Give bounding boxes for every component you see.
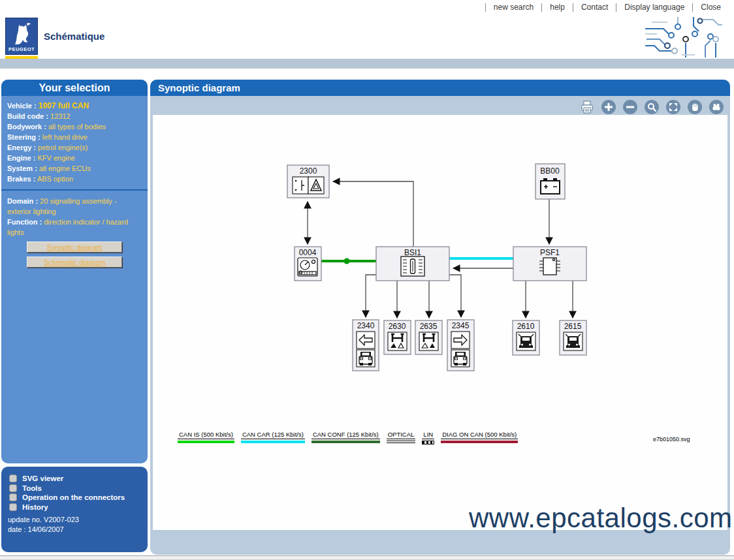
node-label: 2300 xyxy=(300,166,317,176)
legend-label: CAN CAR (125 Kbit/s) xyxy=(241,431,305,439)
menu-item-svg-viewer[interactable]: SVG viewer xyxy=(8,474,141,484)
footer-strip xyxy=(0,556,734,560)
top-link-bar: new search help Contact Display language… xyxy=(0,0,729,14)
peugeot-lion-icon xyxy=(11,21,33,46)
selection-row-system: System : all engine ECUs xyxy=(7,163,142,174)
fit-screen-button[interactable] xyxy=(666,100,680,114)
selection-row-domain: Domain : 20 signalling assembly - exteri… xyxy=(7,196,142,217)
zoom-out-button[interactable] xyxy=(623,100,637,114)
legend-item-optical: OPTICAL xyxy=(387,431,416,443)
row-value: all types of bodies xyxy=(48,123,106,131)
row-label: Steering : xyxy=(7,133,40,141)
tools-panel: SVG viewer Tools Operation on the connec… xyxy=(1,467,148,552)
link-display-language[interactable]: Display language xyxy=(616,3,692,12)
synoptic-diagram-button[interactable]: Synoptic diagram xyxy=(27,241,122,253)
node-label: 2345 xyxy=(452,321,470,330)
node-label: 0004 xyxy=(299,248,317,257)
link-contact[interactable]: Contact xyxy=(573,3,616,12)
node-label: 2635 xyxy=(420,322,438,331)
zoom-out-icon xyxy=(626,102,635,112)
header-divider-strip xyxy=(0,59,734,69)
node-label: PSF1 xyxy=(540,248,560,257)
legend-line-sample xyxy=(387,441,416,443)
sidebar-divider xyxy=(1,189,148,191)
link-close[interactable]: Close xyxy=(692,3,729,12)
pan-hand-icon xyxy=(690,102,699,112)
edge-bsi1-2300 xyxy=(333,181,413,247)
menu-item-label: Tools xyxy=(22,484,42,493)
row-value: 1007 full CAN xyxy=(39,101,89,110)
zoom-in-button[interactable] xyxy=(601,100,616,114)
menu-item-label: History xyxy=(22,503,48,512)
bus-legend: CAN IS (500 Kbit/s) CAN CAR (125 Kbit/s)… xyxy=(178,431,518,444)
selection-row-function: Function : direction indicator / hazard … xyxy=(7,217,142,238)
selection-row-bodywork: Bodywork : all types of bodies xyxy=(7,121,142,132)
node-label: 2610 xyxy=(517,322,535,331)
legend-line-sample xyxy=(241,441,305,443)
legend-item-can-car: CAN CAR (125 Kbit/s) xyxy=(241,431,305,443)
row-label: Energy : xyxy=(7,144,36,151)
legend-label: DIAG ON CAN (500 Kbit/s) xyxy=(441,431,518,439)
row-value: KFV engine xyxy=(37,154,74,162)
node-2615[interactable]: 2615 xyxy=(560,320,586,355)
legend-line-sample xyxy=(422,441,434,444)
legend-label: LIN xyxy=(422,431,434,439)
ecu-chip-icon xyxy=(401,257,424,276)
viewer-toolbar xyxy=(580,100,724,114)
menu-item-tools[interactable]: Tools xyxy=(8,484,141,493)
synoptic-panel-title: Synoptic diagram xyxy=(150,80,730,96)
link-new-search[interactable]: new search xyxy=(485,3,541,12)
node-2610[interactable]: 2610 xyxy=(513,320,539,355)
row-label: Bodywork : xyxy=(7,123,46,131)
synoptic-panel: Synoptic diagram xyxy=(150,80,730,555)
update-number: update no. V2007-023 xyxy=(8,515,141,525)
node-psf1[interactable]: PSF1 xyxy=(513,247,586,281)
circuit-board-art xyxy=(645,17,722,57)
node-2345[interactable]: 2345 xyxy=(447,320,474,371)
legend-line-sample xyxy=(311,441,380,443)
node-label: BSI1 xyxy=(404,248,421,257)
row-label: Vehicle : xyxy=(7,102,37,110)
binoculars-button[interactable] xyxy=(709,100,724,114)
menu-item-operation-connectors[interactable]: Operation on the connectors xyxy=(8,493,141,503)
node-bb00[interactable]: BB00 xyxy=(535,164,565,199)
link-help[interactable]: help xyxy=(541,3,573,12)
schematic-diagram-button[interactable]: Schematic diagram xyxy=(27,257,122,268)
print-button[interactable] xyxy=(580,100,594,114)
node-2340[interactable]: 2340 xyxy=(353,320,379,371)
magnifier-icon xyxy=(647,102,656,112)
row-value: petrol engine(s) xyxy=(38,144,88,151)
row-label: Brakes : xyxy=(7,175,35,183)
row-label: Domain : xyxy=(7,197,38,205)
legend-item-lin: LIN xyxy=(422,431,434,444)
menu-bullet-icon xyxy=(9,493,17,501)
selection-row-engine: Engine : KFV engine xyxy=(7,153,142,163)
node-0004[interactable]: 0004 xyxy=(295,247,321,281)
node-2300[interactable]: 2300 xyxy=(287,165,329,198)
node-2630[interactable]: 2630 xyxy=(384,320,411,354)
row-label: System : xyxy=(7,164,37,172)
peugeot-logo: PEUGEOT xyxy=(5,18,38,61)
binoculars-icon xyxy=(712,102,721,112)
edge-bsi1-2340 xyxy=(366,275,376,317)
row-value: ABS option xyxy=(37,175,73,183)
node-label: 2630 xyxy=(389,322,406,331)
selection-panel-title: Your selection xyxy=(1,80,148,96)
node-2635[interactable]: 2635 xyxy=(415,320,442,354)
logo-wordmark: PEUGEOT xyxy=(6,46,37,52)
node-label: 2615 xyxy=(564,322,582,331)
legend-line-sample xyxy=(178,441,234,443)
menu-bullet-icon xyxy=(9,474,17,482)
menu-item-history[interactable]: History xyxy=(8,503,141,512)
magnifier-button[interactable] xyxy=(645,100,659,114)
pan-hand-button[interactable] xyxy=(688,100,702,114)
synoptic-diagram-svg: 2300 BB00 xyxy=(153,115,727,530)
edge-bsi1-2345 xyxy=(449,275,461,317)
legend-label: OPTICAL xyxy=(387,431,416,439)
menu-bullet-icon xyxy=(9,484,17,492)
node-bsi1[interactable]: BSI1 xyxy=(376,247,449,281)
legend-item-diag-on-can: DIAG ON CAN (500 Kbit/s) xyxy=(441,431,518,443)
row-value: all engine ECUs xyxy=(39,164,91,172)
legend-item-can-conf: CAN CONF (125 Kbit/s) xyxy=(311,431,380,443)
svg-file-label: e7b01050.svg xyxy=(653,436,690,443)
